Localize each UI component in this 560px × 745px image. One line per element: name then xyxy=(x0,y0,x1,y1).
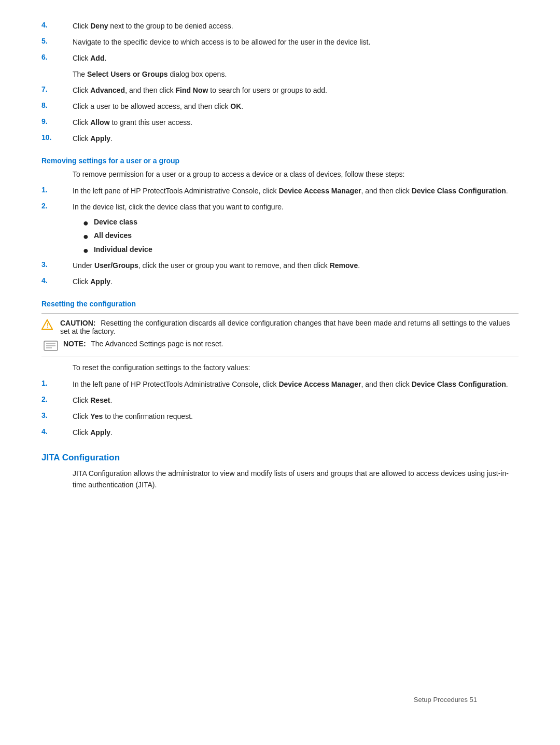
step-4: 4. Click Deny next to the group to be de… xyxy=(41,21,519,32)
removing-step-text-3: Under User/Groups, click the user or gro… xyxy=(73,260,519,271)
removing-step-2: 2. In the device list, click the device … xyxy=(41,202,519,213)
note-row: NOTE: The Advanced Settings page is not … xyxy=(41,340,519,352)
reset-step-text-1: In the left pane of HP ProtectTools Admi… xyxy=(73,379,519,390)
step-7: 7. Click Advanced, and then click Find N… xyxy=(41,85,519,96)
reset-step-text-4: Click Apply. xyxy=(73,427,519,438)
step-num-7: 7. xyxy=(41,85,73,93)
reset-steps: 1. In the left pane of HP ProtectTools A… xyxy=(41,379,519,438)
reset-step-text-2: Click Reset. xyxy=(73,395,519,406)
page-footer: Setup Procedures 51 xyxy=(414,696,477,704)
reset-step-text-3: Click Yes to the confirmation request. xyxy=(73,411,519,422)
removing-steps: 1. In the left pane of HP ProtectTools A… xyxy=(41,186,519,213)
removing-step-text-2: In the device list, click the device cla… xyxy=(73,202,519,213)
steps-mid: 7. Click Advanced, and then click Find N… xyxy=(41,85,519,144)
step-10: 10. Click Apply. xyxy=(41,133,519,144)
step-5: 5. Navigate to the specific device to wh… xyxy=(41,37,519,48)
removing-heading: Removing settings for a user or a group xyxy=(41,157,519,165)
removing-intro: To remove permission for a user or a gro… xyxy=(73,169,519,180)
step-text-6: Click Add. xyxy=(73,53,519,64)
step-num-10: 10. xyxy=(41,133,73,142)
note-body: The Advanced Settings page is not reset. xyxy=(89,340,223,348)
svg-text:!: ! xyxy=(47,322,49,329)
removing-step-num-2: 2. xyxy=(41,202,73,210)
step-num-6: 6. xyxy=(41,53,73,61)
removing-step-text-1: In the left pane of HP ProtectTools Admi… xyxy=(73,186,519,196)
removing-step-4: 4. Click Apply. xyxy=(41,276,519,287)
reset-step-num-3: 3. xyxy=(41,411,73,419)
caution-label: CAUTION: xyxy=(60,319,95,327)
removing-step-num-1: 1. xyxy=(41,186,73,194)
step-text-10: Click Apply. xyxy=(73,133,519,144)
reset-step-num-4: 4. xyxy=(41,427,73,435)
removing-step-1: 1. In the left pane of HP ProtectTools A… xyxy=(41,186,519,196)
reset-intro: To reset the configuration settings to t… xyxy=(73,362,519,374)
step-text-9: Click Allow to grant this user access. xyxy=(73,117,519,128)
removing-step-num-4: 4. xyxy=(41,276,73,285)
step-text-4: Click Deny next to the group to be denie… xyxy=(73,21,519,32)
resetting-heading: Resetting the configuration xyxy=(41,300,519,308)
reset-step-num-2: 2. xyxy=(41,395,73,403)
caution-icon: ! xyxy=(41,319,56,333)
note-label: NOTE: xyxy=(63,340,86,348)
removing-steps-2: 3. Under User/Groups, click the user or … xyxy=(41,260,519,287)
jita-text: JITA Configuration allows the administra… xyxy=(73,468,519,490)
reset-step-1: 1. In the left pane of HP ProtectTools A… xyxy=(41,379,519,390)
step-text-7: Click Advanced, and then click Find Now … xyxy=(73,85,519,96)
reset-step-4: 4. Click Apply. xyxy=(41,427,519,438)
jita-heading: JITA Configuration xyxy=(41,453,519,463)
page-wrap: 4. Click Deny next to the group to be de… xyxy=(41,21,519,724)
step-num-4: 4. xyxy=(41,21,73,29)
removing-step-3: 3. Under User/Groups, click the user or … xyxy=(41,260,519,271)
step-num-9: 9. xyxy=(41,117,73,125)
add-note: The Select Users or Groups dialog box op… xyxy=(73,69,519,80)
step-num-5: 5. xyxy=(41,37,73,45)
removing-step-num-3: 3. xyxy=(41,260,73,269)
caution-row: ! CAUTION: Resetting the configuration d… xyxy=(41,319,519,335)
note-icon xyxy=(41,340,60,352)
step-6: 6. Click Add. xyxy=(41,53,519,64)
bullet-device-class: ● Device class xyxy=(83,218,519,229)
caution-text: CAUTION: Resetting the configuration dis… xyxy=(60,319,519,335)
step-num-8: 8. xyxy=(41,101,73,109)
step-text-5: Navigate to the specific device to which… xyxy=(73,37,519,48)
step-8: 8. Click a user to be allowed access, an… xyxy=(41,101,519,112)
bullet-all-devices: ● All devices xyxy=(83,231,519,243)
bullet-individual-device: ● Individual device xyxy=(83,245,519,257)
caution-note-box: ! CAUTION: Resetting the configuration d… xyxy=(41,313,519,357)
caution-body: Resetting the configuration discards all… xyxy=(60,319,510,335)
reset-step-2: 2. Click Reset. xyxy=(41,395,519,406)
reset-step-num-1: 1. xyxy=(41,379,73,387)
note-text: NOTE: The Advanced Settings page is not … xyxy=(63,340,223,348)
step-9: 9. Click Allow to grant this user access… xyxy=(41,117,519,128)
removing-step-text-4: Click Apply. xyxy=(73,276,519,287)
device-class-bullets: ● Device class ● All devices ● Individua… xyxy=(83,218,519,257)
step-text-8: Click a user to be allowed access, and t… xyxy=(73,101,519,112)
steps-top: 4. Click Deny next to the group to be de… xyxy=(41,21,519,64)
reset-step-3: 3. Click Yes to the confirmation request… xyxy=(41,411,519,422)
